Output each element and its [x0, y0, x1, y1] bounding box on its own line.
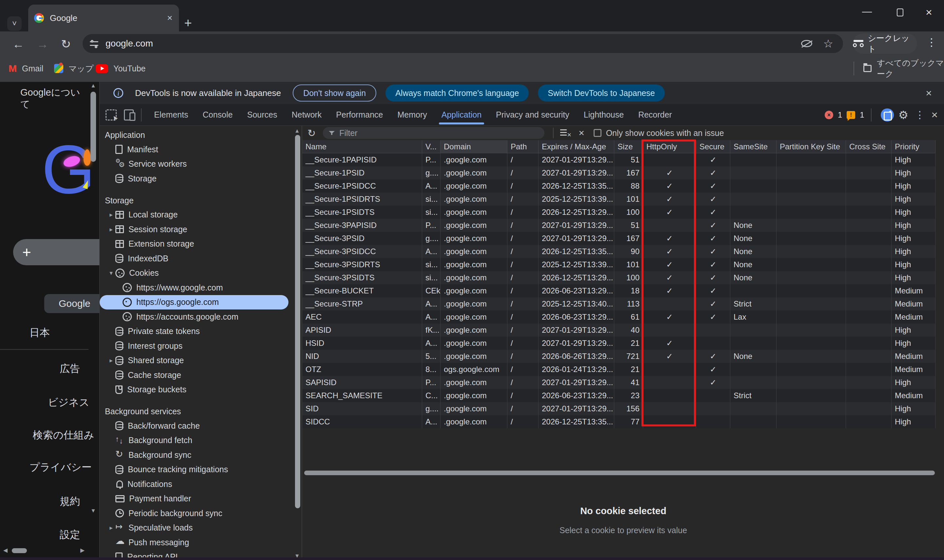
devtools-menu-icon[interactable]: ⋮ — [915, 109, 925, 120]
cell-domain[interactable]: .google.com — [441, 192, 507, 206]
cell-name[interactable]: __Secure-BUCKET — [302, 284, 422, 297]
tab-console[interactable]: Console — [202, 104, 233, 126]
cell-priority[interactable]: High — [892, 245, 935, 258]
cell-name[interactable]: __Secure-3PAPISID — [302, 219, 422, 232]
column-header-samesite[interactable]: SameSite — [730, 140, 776, 153]
switch-japanese-button[interactable]: Switch DevTools to Japanese — [538, 85, 665, 102]
cell-size[interactable]: 167 — [614, 166, 643, 180]
cell-partition-key-site[interactable] — [776, 258, 846, 271]
cell-v-[interactable]: P... — [422, 153, 441, 166]
cell-priority[interactable]: High — [892, 323, 935, 337]
cell-size[interactable]: 101 — [614, 192, 643, 206]
sidebar-item-notifications[interactable]: Notifications — [100, 477, 302, 492]
cell-v-[interactable]: 8... — [422, 363, 441, 376]
cell-samesite[interactable] — [730, 153, 776, 166]
tab-lighthouse[interactable]: Lighthouse — [583, 104, 625, 126]
column-header-cross-site[interactable]: Cross Site — [846, 140, 892, 153]
match-language-button[interactable]: Always match Chrome's language — [386, 85, 529, 102]
cell-domain[interactable]: .google.com — [441, 153, 507, 166]
cell-priority[interactable]: Medium — [892, 311, 935, 323]
cell-samesite[interactable]: None — [730, 219, 776, 232]
cell-path[interactable]: / — [507, 402, 538, 415]
device-toolbar-icon[interactable] — [124, 109, 134, 120]
cell-domain[interactable]: .google.com — [441, 180, 507, 192]
cell-cross-site[interactable] — [846, 389, 892, 402]
cell-name[interactable]: __Secure-3PSID — [302, 232, 422, 245]
cell-name[interactable]: SAPISID — [302, 376, 422, 389]
sidebar-item-storage-buckets[interactable]: Storage buckets — [100, 383, 302, 397]
cell-expires-max-age[interactable]: 2026-06-23T13:29... — [538, 284, 614, 297]
cell-priority[interactable]: High — [892, 219, 935, 232]
cell-secure[interactable]: ✓ — [696, 180, 730, 192]
cell-path[interactable]: / — [507, 311, 538, 323]
cell-priority[interactable]: High — [892, 402, 935, 415]
cell-samesite[interactable] — [730, 337, 776, 350]
tab-application[interactable]: Application — [441, 104, 482, 126]
back-button[interactable]: ← — [12, 37, 24, 51]
cell-expires-max-age[interactable]: 2027-01-29T13:29... — [538, 153, 614, 166]
cell-samesite[interactable]: None — [730, 258, 776, 271]
cell-cross-site[interactable] — [846, 192, 892, 206]
cell-name[interactable]: __Secure-3PSIDCC — [302, 245, 422, 258]
cell-secure[interactable]: ✓ — [696, 376, 730, 389]
cell-partition-key-site[interactable] — [776, 337, 846, 350]
cell-path[interactable]: / — [507, 389, 538, 402]
window-close-button[interactable]: × — [925, 6, 932, 18]
cell-partition-key-site[interactable] — [776, 271, 846, 284]
tab-network[interactable]: Network — [291, 104, 322, 126]
sidebar-item-session-storage[interactable]: ▸Session storage — [100, 222, 302, 237]
sidebar-item-speculative-loads[interactable]: ▸Speculative loads — [100, 521, 302, 535]
issue-filter-checkbox[interactable] — [594, 129, 602, 137]
cell-cross-site[interactable] — [846, 337, 892, 350]
sidebar-item-interest-groups[interactable]: Interest groups — [100, 338, 302, 353]
cell-size[interactable]: 90 — [614, 245, 643, 258]
cell-name[interactable]: HSID — [302, 337, 422, 350]
cell-name[interactable]: __Secure-1PSIDRTS — [302, 192, 422, 206]
cookie-filter-input[interactable]: Filter — [323, 127, 544, 139]
site-settings-icon[interactable] — [90, 40, 98, 47]
cell-samesite[interactable] — [730, 284, 776, 297]
cell-path[interactable]: / — [507, 153, 538, 166]
dont-show-again-button[interactable]: Don't show again — [293, 85, 376, 102]
sidebar-item-cookies[interactable]: ▾Cookies — [100, 266, 302, 281]
page-nav-link[interactable]: ビジネス — [48, 395, 89, 409]
cell-samesite[interactable] — [730, 376, 776, 389]
cell-partition-key-site[interactable] — [776, 389, 846, 402]
sidebar-item-back-forward-cache[interactable]: Back/forward cache — [100, 418, 302, 433]
cell-size[interactable]: 101 — [614, 258, 643, 271]
bookmark-youtube[interactable]: YouTube — [96, 55, 145, 82]
cell-domain[interactable]: .google.com — [441, 415, 507, 428]
sidebar-item-bounce-tracking-mitigations[interactable]: Bounce tracking mitigations — [100, 462, 302, 477]
column-header-expires-max-age[interactable]: Expires / Max-Age — [538, 140, 614, 153]
cell-expires-max-age[interactable]: 2026-06-23T13:29... — [538, 311, 614, 323]
cell-v-[interactable]: A... — [422, 245, 441, 258]
sidebar-item-periodic-background-sync[interactable]: Periodic background sync — [100, 506, 302, 521]
sidebar-item-private-state-tokens[interactable]: Private state tokens — [100, 324, 302, 339]
cell-secure[interactable]: ✓ — [696, 297, 730, 311]
cell-cross-site[interactable] — [846, 166, 892, 180]
tab-privacy-and-security[interactable]: Privacy and security — [495, 104, 570, 126]
all-bookmarks-button[interactable]: すべてのブックマーク — [863, 55, 944, 82]
cell-domain[interactable]: .google.com — [441, 376, 507, 389]
sidebar-item-push-messaging[interactable]: Push messaging — [100, 535, 302, 550]
tab-recorder[interactable]: Recorder — [637, 104, 673, 126]
cell-secure[interactable] — [696, 402, 730, 415]
cell-name[interactable]: AEC — [302, 311, 422, 323]
cell-secure[interactable] — [696, 323, 730, 337]
cell-expires-max-age[interactable]: 2027-01-29T13:29... — [538, 402, 614, 415]
tree-collapse-icon[interactable]: ▸ — [107, 524, 116, 531]
sidebar-item-https-accounts-google-com[interactable]: https://accounts.google.com — [100, 309, 302, 324]
cell-domain[interactable]: .google.com — [441, 258, 507, 271]
sidebar-scroll-up-icon[interactable]: ▲ — [295, 128, 300, 134]
bookmark-maps[interactable]: マップ — [54, 55, 94, 82]
cell-name[interactable]: OTZ — [302, 363, 422, 376]
cell-path[interactable]: / — [507, 271, 538, 284]
cell-priority[interactable]: High — [892, 153, 935, 166]
cell-expires-max-age[interactable]: 2027-01-29T13:29... — [538, 219, 614, 232]
cell-name[interactable]: NID — [302, 350, 422, 363]
cell-name[interactable]: __Secure-1PAPISID — [302, 153, 422, 166]
cell-cross-site[interactable] — [846, 376, 892, 389]
cell-name[interactable]: SID — [302, 402, 422, 415]
cell-domain[interactable]: .google.com — [441, 337, 507, 350]
cell-v-[interactable]: A... — [422, 311, 441, 323]
